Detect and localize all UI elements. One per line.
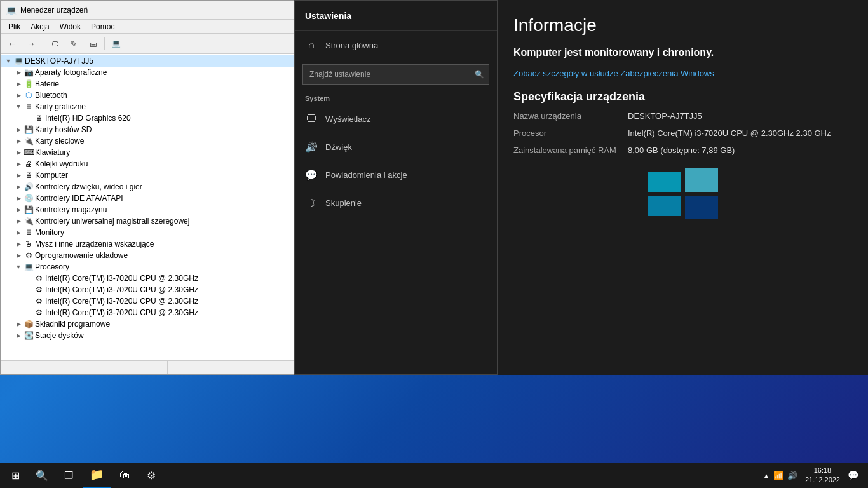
tree-item-icon: 💿: [24, 193, 34, 203]
toolbar-separator-1: [43, 37, 43, 50]
tree-item-label: DESKTOP-AJ7TJJ5: [25, 57, 93, 65]
toolbar-back[interactable]: ←: [3, 36, 21, 51]
settings-nav-sound[interactable]: 🔊 Dźwięk: [295, 133, 497, 161]
file-explorer-button[interactable]: 📁: [83, 463, 111, 488]
sound-icon: 🔊: [305, 140, 318, 153]
settings-nav-focus[interactable]: ☽ Skupienie: [295, 189, 497, 217]
tree-expand-icon[interactable]: ▶: [13, 239, 24, 249]
system-tray-icons: ▲ 📶 🔊: [763, 471, 797, 480]
settings-home[interactable]: ⌂ Strona główna: [295, 31, 497, 59]
taskbar-left: ⊞ 🔍 ❐ 📁 🛍 ⚙: [0, 463, 166, 488]
settings-search-input[interactable]: [302, 64, 489, 85]
tree-expand-icon[interactable]: ▶: [13, 319, 24, 329]
tree-expand-icon[interactable]: ▼: [13, 102, 24, 112]
tree-item-label: Kontrolery magazynu: [35, 205, 107, 214]
tree-item-label: Klawiatury: [35, 148, 70, 157]
tree-item-icon: 💻: [24, 262, 34, 272]
menu-file[interactable]: Plik: [3, 21, 25, 32]
taskbar-right: ▲ 📶 🔊 16:18 21.12.2022 💬: [758, 463, 868, 488]
tree-expand-icon: [24, 296, 34, 306]
svg-rect-0: [648, 172, 681, 192]
tray-expand[interactable]: ▲: [763, 472, 770, 479]
tree-item-icon: 💾: [24, 205, 34, 215]
settings-notifications-label: Powiadomienia i akcje: [325, 170, 407, 180]
spec-label-2: Zainstalowana pamięć RAM: [513, 146, 628, 155]
tree-item-icon: 🖨: [24, 159, 34, 169]
toolbar-forward[interactable]: →: [22, 36, 40, 51]
desktop: 💻 Menedzer urządzeń — □ ✕ Plik Akcja Wid…: [0, 0, 868, 488]
toolbar-edit[interactable]: ✎: [65, 36, 83, 51]
tree-expand-icon[interactable]: ▶: [13, 79, 24, 89]
tree-expand-icon[interactable]: ▶: [13, 147, 24, 158]
spec-label-1: Procesor: [513, 128, 628, 138]
taskbar-clock[interactable]: 16:18 21.12.2022: [805, 466, 840, 485]
toolbar-update[interactable]: 🖴: [84, 36, 102, 51]
tree-item-icon: 🖥: [24, 170, 34, 180]
settings-window: Ustawienia ⌂ Strona główna 🔍 System 🖵 Wy…: [294, 0, 498, 375]
info-title: Informacje: [513, 15, 853, 36]
toolbar-monitor[interactable]: 💻: [107, 36, 125, 51]
settings-title: Ustawienia: [305, 11, 351, 21]
clock-time: 16:18: [805, 466, 840, 475]
tree-expand-icon[interactable]: ▶: [13, 193, 24, 203]
tree-item-label: Intel(R) Core(TM) i3-7020U CPU @ 2.30GHz: [45, 297, 198, 306]
tree-expand-icon[interactable]: ▶: [13, 136, 24, 146]
volume-icon[interactable]: 🔊: [787, 471, 797, 480]
settings-nav-display[interactable]: 🖵 Wyświetlacz: [295, 105, 497, 133]
settings-home-label: Strona główna: [325, 41, 378, 50]
tree-item-label: Monitory: [35, 228, 64, 237]
tree-expand-icon[interactable]: ▼: [13, 262, 24, 272]
tree-item-icon: 🖥: [24, 227, 34, 238]
tree-item-label: Intel(R) Core(TM) i3-7020U CPU @ 2.30GHz: [45, 308, 198, 317]
tree-item-icon: ⚙: [34, 308, 44, 318]
menu-help[interactable]: Pomoc: [86, 21, 119, 32]
svg-rect-1: [685, 168, 718, 192]
tree-item-label: Kontrolery dźwięku, wideo i gier: [35, 182, 142, 191]
tree-expand-icon[interactable]: ▶: [13, 330, 24, 341]
tree-item-icon: 📦: [24, 319, 34, 329]
tree-item-icon: 🔌: [24, 136, 34, 146]
notification-button[interactable]: 💬: [843, 463, 863, 488]
tree-expand-icon: [24, 285, 34, 295]
svg-rect-2: [648, 196, 681, 216]
tree-item-icon: 🔌: [24, 216, 34, 226]
tree-expand-icon[interactable]: ▶: [13, 205, 24, 215]
spec-value-1: Intel(R) Core(TM) i3-7020U CPU @ 2.30GHz…: [628, 128, 853, 138]
tree-item-icon: ⚙: [24, 250, 34, 261]
status-segment-1: [1, 361, 168, 374]
tree-item-label: Karty sieciowe: [35, 137, 84, 146]
tree-expand-icon[interactable]: ▶: [13, 159, 24, 169]
security-link[interactable]: Zobacz szczegóły w usłudze Zabezpieczeni…: [513, 67, 853, 80]
store-button[interactable]: 🛍: [112, 463, 137, 488]
tree-expand-icon[interactable]: ▶: [13, 182, 24, 192]
menu-view[interactable]: Widok: [55, 21, 86, 32]
menu-action[interactable]: Akcja: [25, 21, 54, 32]
tree-item-label: Aparaty fotograficzne: [35, 68, 107, 77]
tree-item-label: Bluetooth: [35, 91, 67, 100]
tree-expand-icon[interactable]: ▶: [13, 227, 24, 238]
tree-expand-icon[interactable]: ▶: [13, 216, 24, 226]
spec-title: Specyfikacja urządzenia: [513, 90, 853, 104]
settings-focus-label: Skupienie: [325, 198, 362, 208]
toolbar-show[interactable]: 🖵: [46, 36, 64, 51]
start-button[interactable]: ⊞: [3, 463, 28, 488]
tree-item-icon: 🖥: [34, 113, 44, 123]
settings-taskbar-button[interactable]: ⚙: [139, 463, 164, 488]
tree-item-icon: ⬡: [24, 90, 34, 100]
home-icon: ⌂: [305, 39, 318, 51]
search-button[interactable]: 🔍: [29, 463, 55, 488]
info-status: Komputer jest monitorowany i chroniony.: [513, 46, 853, 60]
tree-expand-icon[interactable]: ▶: [13, 170, 24, 180]
tree-expand-icon[interactable]: ▶: [13, 250, 24, 261]
tree-item-label: Karty graficzne: [35, 102, 86, 111]
info-panel: Informacje Komputer jest monitorowany i …: [498, 0, 868, 375]
tree-expand-icon[interactable]: ▶: [13, 67, 24, 78]
tree-expand-icon[interactable]: ▼: [3, 56, 13, 66]
settings-nav-notifications[interactable]: 💬 Powiadomienia i akcje: [295, 161, 497, 189]
spec-row-2: Zainstalowana pamięć RAM 8,00 GB (dostęp…: [513, 146, 853, 155]
clock-date: 21.12.2022: [805, 475, 840, 485]
task-view-button[interactable]: ❐: [56, 463, 81, 488]
network-icon[interactable]: 📶: [773, 471, 783, 480]
tree-expand-icon[interactable]: ▶: [13, 125, 24, 135]
tree-expand-icon[interactable]: ▶: [13, 90, 24, 100]
